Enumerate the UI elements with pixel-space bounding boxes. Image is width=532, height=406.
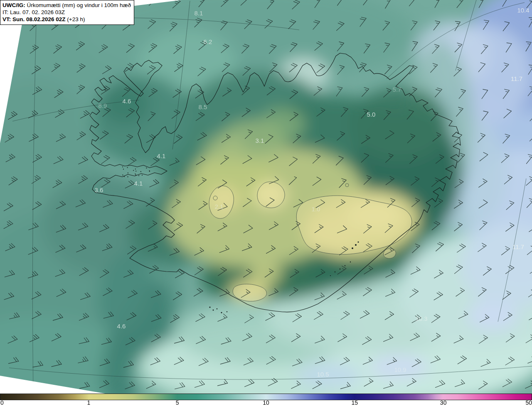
colorbar-ticks: 01510153050: [0, 400, 532, 406]
map-legend-box: UWC/IG: Úrkomumætti (mm) og vindur i 100…: [0, 0, 134, 25]
colorbar-tick: 5: [176, 400, 179, 406]
colorbar-tick: 1: [87, 400, 90, 406]
map-title: Úrkomumætti (mm) og vindur i 100m hæð: [27, 2, 131, 8]
product-label: UWC/IG:: [2, 2, 25, 8]
colorbar-tick: 0: [0, 400, 4, 406]
map-area: 6.28.16.210.411.74.68.98.55.05.73.14.14.…: [0, 0, 532, 394]
colorbar-tick: 10: [263, 400, 269, 406]
colorbar-tick: 15: [352, 400, 358, 406]
valid-label: VT:: [2, 16, 11, 22]
init-time-line: IT: Lau. 07. 02. 2026 03Z: [2, 9, 131, 16]
valid-time: Sun. 08.02.2026 02Z: [12, 16, 66, 22]
weather-map-screen: 6.28.16.210.411.74.68.98.55.05.73.14.14.…: [0, 0, 532, 406]
colorbar-tick: 50: [525, 400, 532, 406]
colorbar: 01510153050: [0, 394, 532, 406]
precipitation-wind-map: [0, 0, 532, 394]
legend-title-line: UWC/IG: Úrkomumætti (mm) og vindur i 100…: [2, 2, 131, 9]
valid-offset: (+23 h): [67, 16, 85, 22]
colorbar-tick: 30: [440, 400, 447, 406]
valid-time-line: VT: Sun. 08.02.2026 02Z (+23 h): [2, 16, 131, 23]
